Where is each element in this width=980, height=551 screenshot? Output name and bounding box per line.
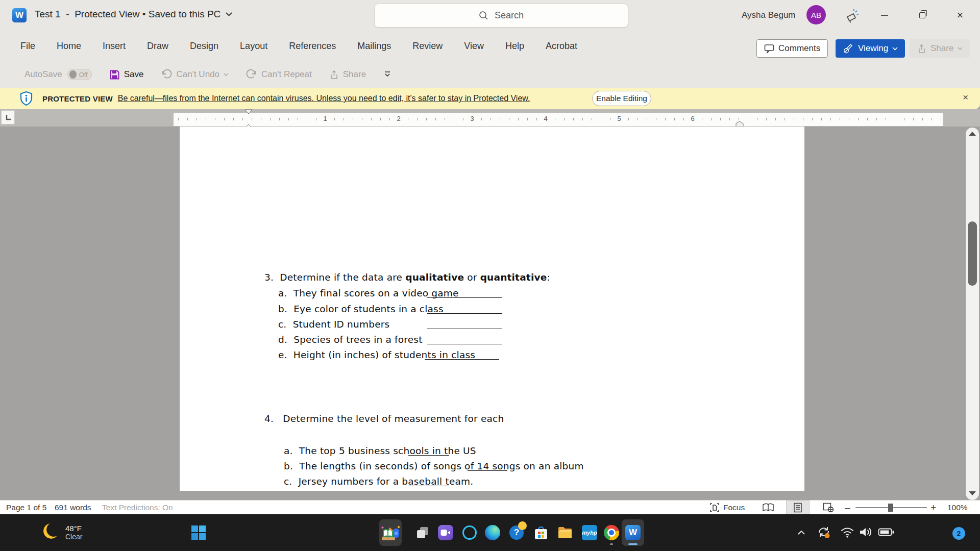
sync-icon[interactable] — [816, 523, 832, 541]
read-mode-button[interactable] — [756, 500, 780, 514]
word-count[interactable]: 691 words — [55, 500, 91, 514]
zoom-slider[interactable] — [855, 500, 927, 514]
tab-help[interactable]: Help — [502, 39, 527, 54]
restore-button[interactable] — [911, 4, 934, 27]
megaphone-icon[interactable] — [844, 8, 860, 23]
word-task-icon[interactable]: W — [622, 519, 644, 546]
zoom-handle[interactable] — [888, 504, 893, 512]
save-button[interactable]: Save — [109, 69, 144, 80]
print-layout-icon — [793, 503, 802, 513]
task-view-icon[interactable] — [411, 519, 434, 546]
running-indicator — [610, 543, 613, 545]
undo-button[interactable]: Can't Undo — [161, 69, 229, 80]
school-widget-icon[interactable] — [379, 519, 402, 546]
chevron-down-icon — [892, 47, 898, 51]
tab-acrobat[interactable]: Acrobat — [543, 39, 580, 54]
tab-draw[interactable]: Draw — [144, 39, 172, 54]
redo-button[interactable]: Can't Repeat — [246, 69, 312, 80]
scrollbar-thumb[interactable] — [968, 221, 977, 286]
myhp-icon[interactable]: myhp — [578, 519, 601, 546]
tab-review[interactable]: Review — [409, 39, 446, 54]
zoom-in-button[interactable]: + — [930, 500, 936, 514]
taskbar: 48°F Clear Search ? myhp W — [0, 514, 980, 551]
focus-button[interactable]: Focus — [709, 500, 745, 514]
viewing-mode-button[interactable]: Viewing — [836, 39, 905, 58]
viewing-pen-icon — [843, 43, 854, 54]
redo-icon — [246, 69, 257, 80]
user-name[interactable]: Aysha Begum — [742, 10, 796, 20]
answer-line — [408, 445, 449, 456]
tab-selector-icon — [4, 113, 12, 121]
q3-item-c: c. Student ID numbers — [278, 319, 389, 330]
q4-prompt: 4. Determine the level of measurement fo… — [264, 413, 504, 424]
read-mode-icon — [762, 503, 774, 513]
q3-item-d: d. Species of trees in a forest — [278, 334, 423, 345]
scroll-up-icon[interactable] — [968, 131, 976, 136]
document-title[interactable]: Test 1 - Protected View • Saved to this … — [35, 9, 232, 20]
active-indicator — [628, 543, 638, 545]
tab-selector[interactable] — [1, 110, 15, 124]
notification-dot — [518, 521, 527, 530]
banner-close-button[interactable]: × — [963, 92, 968, 103]
autosave-toggle[interactable]: Off — [67, 69, 92, 80]
web-layout-button[interactable] — [817, 500, 840, 514]
banner-message[interactable]: Be careful—files from the Internet can c… — [118, 94, 530, 103]
save-icon — [109, 69, 120, 80]
enable-editing-button[interactable]: Enable Editing — [592, 91, 651, 106]
tab-layout[interactable]: Layout — [237, 39, 271, 54]
tab-design[interactable]: Design — [187, 39, 222, 54]
status-bar: Page 1 of 5 691 words Text Predictions: … — [0, 500, 980, 514]
start-button[interactable] — [190, 524, 207, 541]
ruler-number: 5 — [615, 115, 623, 122]
weather-temp: 48°F — [65, 524, 82, 533]
avatar[interactable]: AB — [806, 5, 826, 24]
share-button[interactable]: Share — [910, 39, 970, 58]
tab-references[interactable]: References — [286, 39, 339, 54]
search-input[interactable]: Search — [374, 4, 628, 28]
moon-icon — [40, 521, 61, 543]
toggle-knob — [69, 70, 77, 79]
volume-icon[interactable] — [857, 524, 875, 540]
zoom-out-button[interactable]: – — [845, 500, 850, 514]
store-icon[interactable] — [530, 519, 552, 546]
tab-insert[interactable]: Insert — [100, 39, 129, 54]
battery-icon[interactable] — [877, 525, 895, 539]
chrome-icon[interactable] — [600, 519, 623, 546]
notification-badge[interactable]: 2 — [952, 527, 965, 540]
chat-icon[interactable] — [434, 519, 457, 546]
minimize-icon — [881, 15, 888, 16]
page-indicator[interactable]: Page 1 of 5 — [6, 500, 46, 514]
first-line-indent-marker[interactable] — [244, 109, 253, 114]
wifi-icon[interactable] — [839, 524, 855, 540]
tab-home[interactable]: Home — [54, 39, 84, 54]
ruler-number: 2 — [395, 115, 402, 122]
toolbar-overflow-icon[interactable] — [383, 71, 391, 78]
tab-file[interactable]: File — [17, 39, 38, 54]
zoom-track[interactable] — [855, 507, 927, 508]
weather-widget[interactable]: 48°F Clear — [40, 521, 82, 543]
q3-prompt: 3. Determine if the data are qualitative… — [264, 272, 550, 283]
file-explorer-icon[interactable] — [554, 519, 576, 546]
zoom-level[interactable]: 100% — [947, 500, 968, 514]
document-page[interactable]: 3. Determine if the data are qualitative… — [180, 127, 804, 491]
edge-icon[interactable] — [481, 519, 504, 546]
scroll-down-icon[interactable] — [968, 491, 976, 496]
share-quick-button[interactable]: Share — [329, 69, 366, 80]
web-layout-icon — [823, 503, 834, 513]
text-predictions[interactable]: Text Predictions: On — [102, 500, 173, 514]
vertical-scrollbar[interactable] — [966, 128, 979, 500]
comments-button[interactable]: Comments — [756, 39, 828, 58]
alexa-icon[interactable] — [458, 519, 481, 546]
print-layout-button[interactable] — [786, 500, 810, 514]
ruler-number: 4 — [542, 115, 549, 122]
chevron-down-icon — [226, 12, 232, 16]
tray-chevron-icon[interactable] — [794, 525, 808, 540]
ruler-number: 1 — [321, 115, 329, 122]
chevron-down-icon — [958, 47, 963, 50]
close-button[interactable]: × — [948, 4, 972, 27]
share-icon — [329, 70, 339, 80]
tab-view[interactable]: View — [461, 39, 487, 54]
tab-mailings[interactable]: Mailings — [354, 39, 394, 54]
get-help-icon[interactable]: ? — [505, 519, 528, 546]
minimize-button[interactable] — [873, 4, 896, 27]
